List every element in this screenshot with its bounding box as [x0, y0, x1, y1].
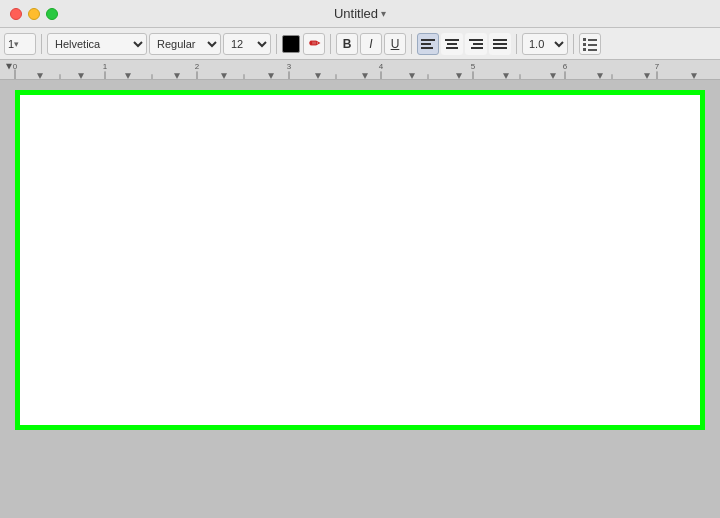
highlight-button[interactable]: ✏	[303, 33, 325, 55]
title-label: Untitled	[334, 6, 378, 21]
svg-rect-15	[588, 44, 597, 46]
underline-label: U	[391, 37, 400, 51]
divider-1	[41, 34, 42, 54]
font-select[interactable]: Helvetica	[47, 33, 147, 55]
svg-rect-8	[471, 47, 483, 49]
style-number[interactable]: 1 ▾	[4, 33, 36, 55]
divider-2	[276, 34, 277, 54]
svg-text:0: 0	[13, 62, 18, 71]
svg-text:5: 5	[471, 62, 476, 71]
svg-text:4: 4	[379, 62, 384, 71]
svg-rect-12	[583, 38, 586, 41]
svg-rect-2	[421, 47, 433, 49]
align-section	[417, 33, 511, 55]
svg-rect-13	[588, 39, 597, 41]
align-justify-button[interactable]	[489, 33, 511, 55]
divider-3	[330, 34, 331, 54]
svg-rect-11	[493, 47, 507, 49]
align-left-icon	[421, 38, 435, 50]
text-color-button[interactable]	[282, 35, 300, 53]
line-spacing-select[interactable]: 1.0	[522, 33, 568, 55]
svg-text:7: 7	[655, 62, 659, 71]
align-center-icon	[445, 38, 459, 50]
ruler-svg: 0 1 2 3 4 5 6 7	[0, 60, 720, 79]
underline-button[interactable]: U	[384, 33, 406, 55]
align-left-button[interactable]	[417, 33, 439, 55]
svg-text:6: 6	[563, 62, 567, 71]
svg-text:3: 3	[287, 62, 291, 71]
list-button[interactable]	[579, 33, 601, 55]
align-center-button[interactable]	[441, 33, 463, 55]
svg-rect-0	[421, 39, 435, 41]
window-controls	[10, 8, 58, 20]
svg-rect-5	[446, 47, 458, 49]
align-justify-icon	[493, 38, 507, 50]
title-dropdown-icon[interactable]: ▾	[381, 8, 386, 19]
svg-text:1: 1	[103, 62, 107, 71]
bold-label: B	[343, 37, 352, 51]
svg-rect-14	[583, 43, 586, 46]
document-page[interactable]	[15, 90, 705, 430]
window-title: Untitled ▾	[334, 6, 386, 21]
italic-label: I	[369, 37, 372, 51]
svg-rect-3	[445, 39, 459, 41]
style-section: 1 ▾	[4, 33, 36, 55]
svg-rect-10	[493, 43, 507, 45]
style-chevron-icon: ▾	[14, 39, 19, 49]
svg-text:2: 2	[195, 62, 199, 71]
maximize-button[interactable]	[46, 8, 58, 20]
size-select[interactable]: 12	[223, 33, 271, 55]
align-right-icon	[469, 38, 483, 50]
minimize-button[interactable]	[28, 8, 40, 20]
font-section: Helvetica Regular 12	[47, 33, 271, 55]
format-section: B I U	[336, 33, 406, 55]
color-section	[282, 35, 300, 53]
svg-rect-17	[588, 49, 597, 51]
divider-6	[573, 34, 574, 54]
ruler: 0 1 2 3 4 5 6 7	[0, 60, 720, 80]
title-bar: Untitled ▾	[0, 0, 720, 28]
svg-rect-6	[469, 39, 483, 41]
svg-rect-1	[421, 43, 431, 45]
italic-button[interactable]: I	[360, 33, 382, 55]
close-button[interactable]	[10, 8, 22, 20]
svg-rect-9	[493, 39, 507, 41]
divider-5	[516, 34, 517, 54]
variant-select[interactable]: Regular	[149, 33, 221, 55]
align-right-button[interactable]	[465, 33, 487, 55]
list-icon	[583, 37, 597, 51]
divider-4	[411, 34, 412, 54]
toolbar: 1 ▾ Helvetica Regular 12 ✏ B I U	[0, 28, 720, 60]
svg-rect-4	[447, 43, 457, 45]
spacing-section: 1.0	[522, 33, 568, 55]
bold-button[interactable]: B	[336, 33, 358, 55]
content-area	[0, 80, 720, 518]
svg-rect-7	[473, 43, 483, 45]
svg-rect-16	[583, 48, 586, 51]
